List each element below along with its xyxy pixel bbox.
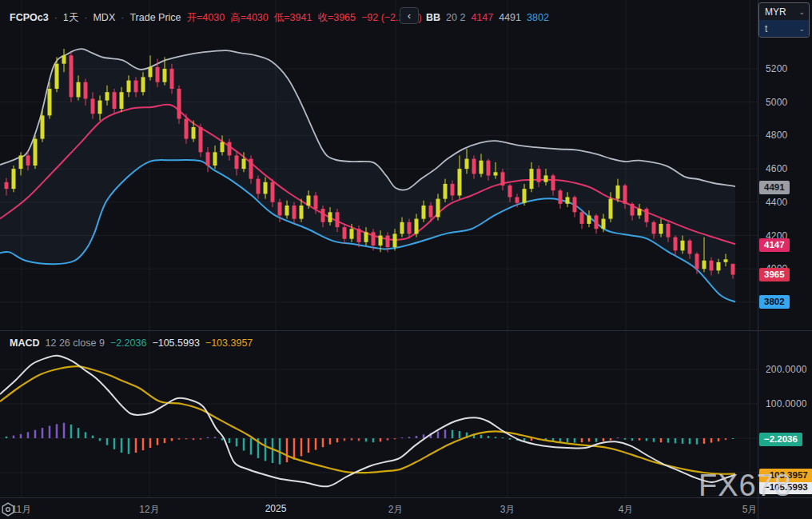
price-axis[interactable]: 5200500048004600440042004000200.0000100.… bbox=[758, 0, 812, 519]
time-axis[interactable]: 11月12月20252月3月4月5月 bbox=[0, 497, 812, 519]
last-price-badge: 3965 bbox=[759, 268, 790, 281]
macd-signal-value: −103.3957 bbox=[205, 337, 253, 349]
macd-indicator-row[interactable]: MACD12 26 close 9−2.2036−105.5993−103.39… bbox=[10, 335, 258, 349]
chevron-down-icon: ⌄ bbox=[798, 25, 805, 33]
ohlc-close: 收=3965 bbox=[317, 12, 356, 23]
collapse-indicators-button[interactable]: ‹ bbox=[400, 7, 419, 24]
symbol-name: FCPOc3 bbox=[10, 12, 49, 23]
macd-tick-label: 200.0000 bbox=[766, 364, 807, 375]
macd-hist-value: −2.2036 bbox=[110, 337, 147, 349]
price-type: Trade Price bbox=[129, 12, 181, 23]
macd-hist-badge: −2.2036 bbox=[759, 433, 802, 446]
fx678-watermark: FX678 bbox=[699, 469, 792, 503]
ohlc-high: 高=4030 bbox=[230, 12, 269, 23]
bb-basis-value: 4147 bbox=[471, 12, 493, 23]
price-tick-label: 4600 bbox=[766, 163, 788, 174]
bb-params: 20 2 bbox=[446, 12, 465, 23]
bb-upper-badge: 4491 bbox=[759, 181, 790, 194]
macd-chart-canvas[interactable] bbox=[0, 330, 758, 497]
chevron-left-icon: ‹ bbox=[408, 10, 411, 22]
time-label: 2025 bbox=[265, 503, 287, 514]
tradingview-chart: FCPOc3·1天·MDX·Trade Price开=4030高=4030低=3… bbox=[0, 0, 812, 519]
currency-selector[interactable]: MYR ⌄ bbox=[759, 3, 809, 20]
bb-upper-value: 4491 bbox=[499, 12, 521, 23]
ohlc-open: 开=4030 bbox=[187, 12, 225, 23]
price-tick-label: 5000 bbox=[766, 97, 788, 108]
time-label: 12月 bbox=[139, 503, 159, 517]
unit-label: t bbox=[765, 23, 767, 34]
symbol-ohlc-row[interactable]: FCPOc3·1天·MDX·Trade Price开=4030高=4030低=3… bbox=[10, 10, 428, 25]
interval: 1天 bbox=[63, 12, 78, 23]
exchange: MDX bbox=[93, 12, 115, 23]
bb-lower-badge: 3802 bbox=[759, 295, 790, 309]
currency-label: MYR bbox=[765, 6, 786, 18]
chart-settings-icon[interactable] bbox=[0, 501, 16, 517]
main-chart-canvas[interactable] bbox=[0, 0, 758, 330]
time-label: 5月 bbox=[742, 503, 758, 517]
separator: · bbox=[84, 12, 87, 23]
time-label: 2月 bbox=[388, 503, 404, 517]
macd-tick-label: 100.0000 bbox=[766, 398, 807, 409]
separator: · bbox=[121, 12, 124, 23]
bb-label: BB bbox=[426, 12, 440, 23]
time-label: 3月 bbox=[500, 503, 515, 517]
macd-line-value: −105.5993 bbox=[152, 337, 199, 349]
symbol-unit-selector: MYR ⌄ t ⌄ bbox=[758, 2, 810, 38]
chevron-down-icon: ⌄ bbox=[798, 8, 805, 16]
bb-indicator-row[interactable]: BB20 2414744913802 bbox=[426, 10, 555, 24]
ohlc-low: 低=3941 bbox=[274, 12, 312, 23]
macd-params: 12 26 close 9 bbox=[46, 337, 105, 349]
bb-lower-value: 3802 bbox=[527, 12, 549, 23]
price-tick-label: 4400 bbox=[766, 197, 788, 208]
bb-basis-badge: 4147 bbox=[759, 238, 790, 252]
unit-selector[interactable]: t ⌄ bbox=[759, 20, 809, 37]
price-tick-label: 4800 bbox=[766, 130, 788, 141]
separator: · bbox=[54, 12, 58, 23]
time-label: 4月 bbox=[619, 503, 634, 517]
macd-label: MACD bbox=[10, 337, 40, 349]
pane-divider[interactable] bbox=[0, 330, 812, 331]
price-tick-label: 5200 bbox=[766, 63, 788, 74]
